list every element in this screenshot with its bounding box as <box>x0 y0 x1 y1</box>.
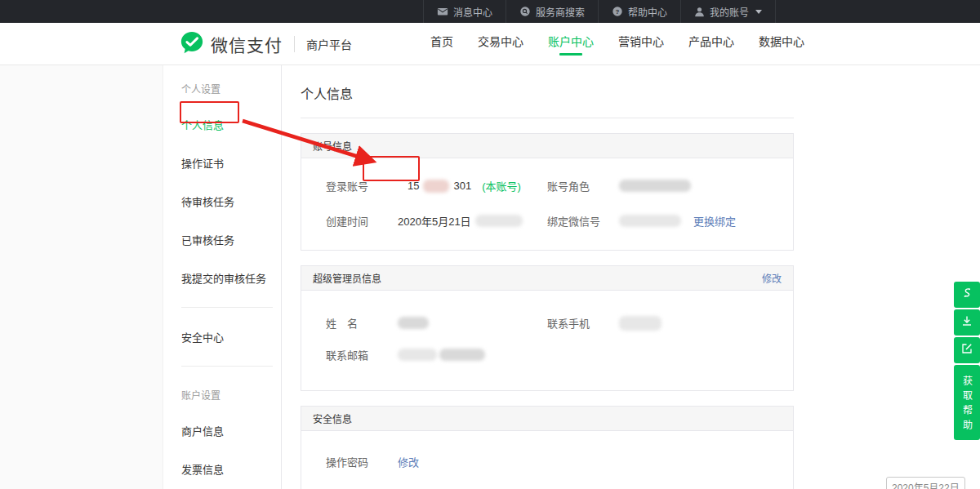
left-gutter <box>0 65 163 489</box>
info-label: 创建时间 <box>326 213 398 229</box>
login-account-prefix: 15 <box>408 180 419 192</box>
info-label: 姓 名 <box>326 315 398 331</box>
main-content: 个人信息 账号信息 登录账号 15301 (本账号) <box>282 65 980 489</box>
topbar-item-label: 帮助中心 <box>628 5 667 19</box>
rebind-link[interactable]: 更换绑定 <box>693 213 736 229</box>
sidebar: 个人设置 个人信息 操作证书 待审核任务 已审核任务 我提交的审核任务 安全中心… <box>163 65 282 489</box>
help-icon: ? <box>612 6 623 17</box>
nav-item-data-center[interactable]: 数据中心 <box>759 33 804 56</box>
float-button-feedback[interactable] <box>954 337 980 363</box>
sidebar-item-merchant-info[interactable]: 商户信息 <box>181 423 281 438</box>
sidebar-divider <box>181 366 273 367</box>
row-op-password: 操作密码 修改 <box>326 454 768 469</box>
section-account-info-header: 账号信息 <box>301 134 793 158</box>
mail-icon <box>437 6 448 17</box>
row-bind-wechat: 绑定微信号 更换绑定 <box>547 213 768 229</box>
nav-item-home[interactable]: 首页 <box>430 33 453 56</box>
row-login-account: 登录账号 15301 (本账号) <box>326 178 547 193</box>
redacted-value <box>398 349 437 361</box>
section-account-info: 账号信息 登录账号 15301 (本账号) 账号角色 <box>301 133 794 251</box>
float-panel: 获取帮助 <box>954 282 980 440</box>
edit-icon <box>960 342 973 358</box>
brand-area: 微信支付 商户平台 <box>180 30 352 58</box>
login-account-value: 15301 (本账号) <box>398 178 521 193</box>
page-body: 个人设置 个人信息 操作证书 待审核任务 已审核任务 我提交的审核任务 安全中心… <box>0 65 980 489</box>
date-tooltip: 2020年5月22日 <box>886 477 965 489</box>
float-button-download[interactable] <box>954 309 980 336</box>
section-security-info-header: 安全信息 <box>301 407 793 431</box>
row-admin-name: 姓 名 <box>326 315 547 331</box>
page-title: 个人信息 <box>301 77 794 118</box>
search-icon <box>519 6 531 17</box>
section-title: 账号信息 <box>313 139 352 153</box>
redacted-value <box>475 215 523 227</box>
sidebar-item-security-center[interactable]: 安全中心 <box>181 329 281 345</box>
topbar-item-my-account[interactable]: 我的账号 <box>680 0 776 23</box>
info-label: 绑定微信号 <box>547 213 619 229</box>
sidebar-item-personal-info[interactable]: 个人信息 <box>181 117 281 132</box>
section-super-admin-header: 超级管理员信息 修改 <box>301 266 793 291</box>
main-nav: 首页 交易中心 账户中心 营销中心 产品中心 数据中心 <box>430 33 804 56</box>
sidebar-group-personal-settings: 个人设置 <box>181 82 281 96</box>
nav-item-account-center[interactable]: 账户中心 <box>548 33 594 56</box>
nav-item-product-center[interactable]: 产品中心 <box>688 33 734 56</box>
info-label: 登录账号 <box>326 178 398 193</box>
link-icon <box>960 287 973 303</box>
redacted-value <box>398 317 429 329</box>
topbar: 消息中心 服务商搜索 ? 帮助中心 我的账号 <box>0 0 980 23</box>
sidebar-item-invoice-info[interactable]: 发票信息 <box>181 461 281 477</box>
row-admin-phone: 联系手机 <box>547 315 768 331</box>
brand-separator <box>294 36 295 52</box>
section-title: 安全信息 <box>313 411 352 425</box>
sidebar-item-operation-cert[interactable]: 操作证书 <box>181 155 281 171</box>
topbar-item-sp-search[interactable]: 服务商搜索 <box>506 0 598 23</box>
redacted-value <box>619 316 662 331</box>
row-admin-email: 联系邮箱 <box>326 347 547 362</box>
info-label: 操作密码 <box>326 454 398 469</box>
topbar-item-label: 我的账号 <box>710 5 749 19</box>
header: 微信支付 商户平台 首页 交易中心 账户中心 营销中心 产品中心 数据中心 <box>0 23 980 65</box>
topbar-item-label: 消息中心 <box>453 5 492 19</box>
topbar-item-message-center[interactable]: 消息中心 <box>423 0 506 23</box>
sidebar-item-reviewed[interactable]: 已审核任务 <box>181 232 281 247</box>
user-icon <box>694 7 705 17</box>
brand-title: 微信支付 <box>211 32 283 56</box>
modify-admin-link[interactable]: 修改 <box>762 271 782 285</box>
row-account-role: 账号角色 <box>547 178 768 193</box>
portal-label: 商户平台 <box>306 36 352 52</box>
sidebar-item-pending-review[interactable]: 待审核任务 <box>181 193 281 209</box>
topbar-item-help-center[interactable]: ? 帮助中心 <box>598 0 680 23</box>
section-security-info: 安全信息 操作密码 修改 预留信息 未设置 修改 预留信息是由你自己设置的一段文… <box>301 406 794 489</box>
modify-op-password-link[interactable]: 修改 <box>398 454 419 469</box>
sidebar-group-account-settings: 账户设置 <box>181 388 281 402</box>
redacted-value <box>439 349 485 361</box>
float-button-get-help[interactable]: 获取帮助 <box>954 365 980 440</box>
info-label: 联系手机 <box>547 315 619 331</box>
section-super-admin: 超级管理员信息 修改 姓 名 联系手机 联系邮箱 <box>301 265 794 391</box>
redacted-value <box>423 180 449 193</box>
chevron-down-icon <box>755 10 762 14</box>
current-account-tag: (本账号) <box>482 178 521 193</box>
topbar-item-label: 服务商搜索 <box>536 5 585 19</box>
nav-item-marketing-center[interactable]: 营销中心 <box>618 33 664 56</box>
info-label: 账号角色 <box>547 178 619 193</box>
sidebar-item-my-submitted-review[interactable]: 我提交的审核任务 <box>181 270 281 286</box>
download-icon <box>960 314 973 331</box>
float-button-link[interactable] <box>954 282 980 308</box>
row-created-time: 创建时间 2020年5月21日 <box>326 213 547 229</box>
info-label: 联系邮箱 <box>326 347 398 362</box>
section-title: 超级管理员信息 <box>313 271 381 285</box>
wechat-pay-logo-icon <box>180 30 204 58</box>
created-value: 2020年5月21日 <box>398 213 471 229</box>
login-account-suffix: 301 <box>453 180 471 192</box>
svg-text:?: ? <box>616 8 620 16</box>
redacted-value <box>619 215 681 227</box>
sidebar-divider <box>181 307 273 308</box>
nav-item-trade-center[interactable]: 交易中心 <box>478 33 523 56</box>
redacted-value <box>619 180 691 192</box>
